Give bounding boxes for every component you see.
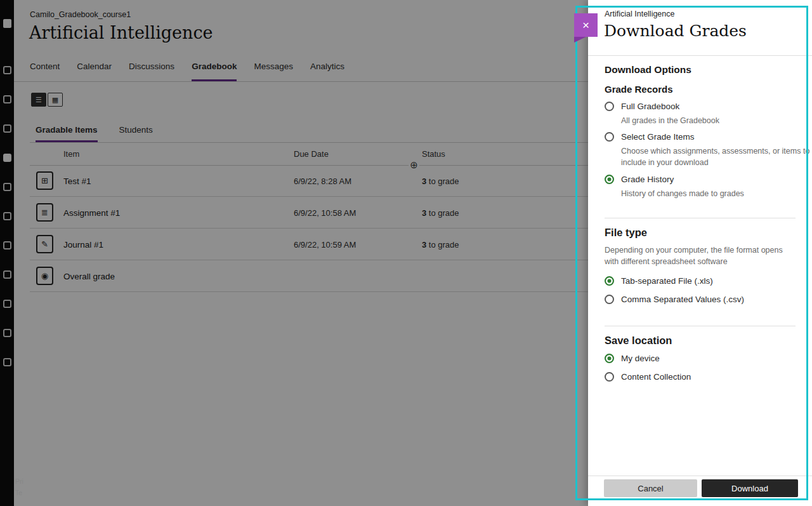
radio-icon (605, 175, 614, 184)
save-location-heading: Save location (605, 335, 672, 347)
radio-select-grade-items[interactable]: Select Grade Items (605, 132, 695, 142)
radio-label: Select Grade Items (621, 132, 695, 142)
file-type-heading: File type (605, 227, 647, 239)
radio-icon (605, 132, 614, 142)
radio-icon (605, 102, 614, 111)
radio-description: Choose which assignments, assessments, o… (621, 145, 812, 168)
radio-label: Content Collection (621, 372, 691, 382)
radio-icon (605, 372, 614, 382)
radio-my-device[interactable]: My device (605, 354, 660, 363)
download-button[interactable]: Download (702, 479, 798, 497)
radio-label: Tab-separated File (.xls) (621, 276, 713, 286)
download-options-heading: Download Options (605, 64, 691, 76)
radio-icon (605, 276, 614, 286)
radio-icon (605, 354, 614, 363)
radio-description: History of changes made to grades (621, 188, 744, 199)
radio-tab-separated[interactable]: Tab-separated File (.xls) (605, 276, 713, 286)
radio-label: Full Gradebook (621, 102, 679, 111)
radio-grade-history[interactable]: Grade History (605, 175, 674, 184)
section-divider (605, 326, 796, 326)
radio-description: All grades in the Gradebook (621, 115, 719, 126)
download-grades-panel: Artificial Intelligence Download Grades … (588, 0, 812, 506)
grade-records-heading: Grade Records (605, 84, 673, 95)
panel-close-fold-icon (574, 37, 586, 43)
file-type-description: Depending on your computer, the file for… (605, 245, 796, 267)
cancel-button[interactable]: Cancel (604, 479, 697, 497)
panel-footer-divider (588, 476, 812, 476)
radio-label: Grade History (621, 175, 674, 184)
radio-content-collection[interactable]: Content Collection (605, 372, 691, 382)
radio-label: My device (621, 354, 660, 363)
panel-header-divider (588, 55, 812, 56)
radio-label: Comma Separated Values (.csv) (621, 295, 744, 304)
radio-icon (605, 295, 614, 304)
panel-title: Download Grades (604, 22, 747, 40)
panel-close-button[interactable]: × (574, 13, 598, 37)
section-divider (605, 218, 796, 218)
modal-overlay (0, 0, 588, 506)
radio-comma-separated[interactable]: Comma Separated Values (.csv) (605, 295, 744, 304)
radio-full-gradebook[interactable]: Full Gradebook (605, 102, 679, 111)
panel-context-label: Artificial Intelligence (605, 10, 674, 18)
